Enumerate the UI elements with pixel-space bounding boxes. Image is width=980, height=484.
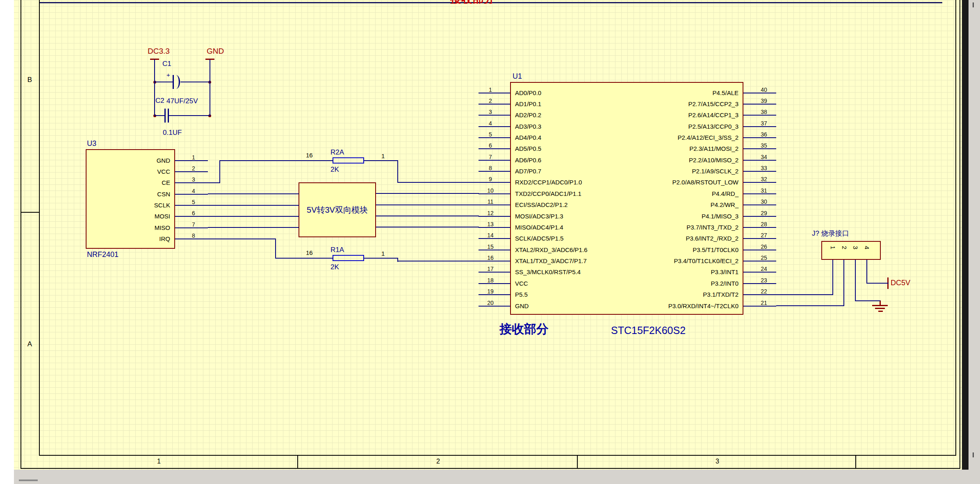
u1-pin-row[interactable]: P4.5/ALE 40 [630, 88, 786, 99]
u3-pin-row[interactable]: MOSI 6 [88, 211, 211, 222]
u1-pin-row[interactable]: P3.4/T0/T1CLK0/ECI_2 25 [630, 256, 786, 267]
u1-designator[interactable]: U1 [513, 72, 522, 81]
u1-pin-row[interactable]: P3.1/TXD/T2 22 [630, 289, 786, 300]
pin-number: 32 [750, 176, 778, 182]
u1-pin-row[interactable]: P3.0/RXD/INT4~/T2CLK0 21 [630, 301, 786, 312]
u1-pin-row[interactable]: P3.5/T1/T0CLK0 26 [630, 245, 786, 256]
resistor-value[interactable]: 2K [330, 263, 339, 271]
resistor-designator[interactable]: R1A [330, 246, 344, 254]
pin-name: GND [515, 302, 529, 309]
wire[interactable] [376, 227, 479, 227]
wire[interactable] [843, 260, 844, 306]
wire[interactable] [364, 160, 398, 161]
pin-name: AD6/P0.6 [515, 157, 541, 164]
resistor-pin-number: 1 [381, 152, 385, 159]
splitter-handle[interactable] [19, 479, 38, 481]
wire[interactable] [364, 258, 398, 259]
u1-pin-row[interactable]: P4.2/WR_ 30 [630, 200, 786, 211]
wire[interactable] [397, 261, 479, 261]
scrollbar-mark[interactable] [973, 452, 974, 457]
u1-part-number[interactable]: STC15F2K60S2 [611, 325, 686, 336]
wire[interactable] [154, 59, 155, 116]
wire[interactable] [210, 59, 210, 116]
wire[interactable] [866, 260, 867, 284]
scrollbar-mark[interactable] [973, 2, 974, 7]
wire[interactable] [866, 283, 889, 284]
capacitor-designator[interactable]: C2 [155, 97, 164, 105]
u1-pin-row[interactable]: P2.0/A8/RSTOUT_LOW 32 [630, 177, 786, 188]
capacitor-designator[interactable]: C1 [162, 60, 171, 68]
u1-pin-row[interactable]: P2.5/A13/CCP0_3 37 [630, 121, 786, 132]
resistor-body[interactable] [333, 157, 364, 164]
power-net-label-dc33[interactable]: DC3.3 [148, 47, 170, 56]
wire[interactable] [275, 239, 276, 259]
u3-pin-row[interactable]: IRQ 8 [88, 234, 211, 245]
pin-name: P3.1/TXD/T2 [630, 291, 738, 298]
wire[interactable] [397, 182, 479, 183]
u3-pin-row[interactable]: CSN 4 [88, 189, 211, 200]
u3-pin-row[interactable]: VCC 2 [88, 166, 211, 177]
connector-pin-number: 4 [863, 246, 871, 253]
wire[interactable] [169, 115, 210, 116]
wire[interactable] [397, 160, 398, 183]
pin-number: 1 [179, 154, 208, 161]
wire[interactable] [855, 300, 880, 301]
wire[interactable] [208, 193, 299, 194]
u1-pin-row[interactable]: P2.4/A12/ECI_3/SS_2 36 [630, 132, 786, 143]
u1-pin-row[interactable]: P3.3/INT1 24 [630, 267, 786, 278]
wire[interactable] [208, 239, 276, 239]
schematic-canvas[interactable]: 接收部分 B A 1 2 3 DC3.3 GND C1 + C2 47UF/25… [0, 0, 980, 484]
resistor-designator[interactable]: R2A [330, 148, 344, 157]
capacitor-value[interactable]: 47UF/25V [166, 97, 198, 105]
pin-number: 37 [750, 120, 778, 127]
resistor-body[interactable] [333, 255, 364, 261]
connector-label[interactable]: J? 烧录接口 [812, 230, 849, 238]
u1-pin-row[interactable]: P2.2/A10/MISO_2 34 [630, 155, 786, 166]
wire[interactable] [220, 160, 333, 161]
pin-number: 17 [479, 266, 501, 272]
u3-pin-row[interactable]: GND 1 [88, 155, 211, 166]
wire[interactable] [275, 258, 333, 259]
resistor-value[interactable]: 2K [330, 166, 339, 174]
u1-pin-row[interactable]: P2.1/A9/SCLK_2 33 [630, 166, 786, 177]
u1-pin-row[interactable]: P3.7/INT3_/TXD_2 28 [630, 222, 786, 233]
u1-pin-row[interactable]: P4.4/RD_ 31 [630, 189, 786, 200]
application-window: 接收部分 B A 1 2 3 DC3.3 GND C1 + C2 47UF/25… [0, 0, 980, 484]
power-net-label-gnd[interactable]: GND [207, 47, 224, 56]
section-label[interactable]: 接收部分 [499, 322, 549, 336]
pin-name: P2.4/A12/ECI_3/SS_2 [630, 134, 738, 141]
wire[interactable] [855, 260, 856, 301]
wire[interactable] [180, 82, 210, 82]
u3-pin-row[interactable]: CE 3 [88, 177, 211, 189]
u1-pin-row[interactable]: P2.3/A11/MOSI_2 35 [630, 143, 786, 155]
wire[interactable] [376, 216, 479, 216]
wire[interactable] [154, 82, 174, 82]
wire[interactable] [208, 205, 299, 206]
wire[interactable] [219, 160, 220, 183]
u3-part-number[interactable]: NRF2401 [87, 250, 119, 259]
level-shifter-module-body[interactable]: 5V转3V双向模块 [299, 182, 376, 237]
u3-designator[interactable]: U3 [87, 139, 96, 148]
wire[interactable] [776, 305, 844, 306]
wire[interactable] [208, 227, 299, 228]
u1-pin-row[interactable]: P3.2/INT0 23 [630, 278, 786, 289]
wire[interactable] [154, 115, 166, 116]
pin-name: CSN [88, 191, 170, 198]
wire[interactable] [776, 294, 833, 295]
u3-pin-row[interactable]: MISO 7 [88, 223, 211, 234]
power-net-label-dc5v[interactable]: DC5V [891, 279, 910, 287]
level-shifter-module-label: 5V转3V双向模块 [307, 205, 368, 216]
capacitor-value[interactable]: 0.1UF [163, 129, 182, 137]
u1-pin-row[interactable]: P3.6/INT2_/RXD_2 27 [630, 233, 786, 244]
connector-pin-number: 2 [841, 246, 848, 253]
wire[interactable] [376, 205, 479, 205]
wire[interactable] [208, 216, 299, 217]
pin-number: 21 [750, 300, 778, 306]
wire[interactable] [832, 260, 833, 295]
wire[interactable] [376, 193, 479, 194]
u3-pin-row[interactable]: SCLK 5 [88, 200, 211, 211]
wire[interactable] [208, 182, 220, 183]
u1-pin-row[interactable]: P4.1/MISO_3 29 [630, 211, 786, 222]
u1-pin-row[interactable]: P2.7/A15/CCP2_3 39 [630, 99, 786, 110]
u1-pin-row[interactable]: P2.6/A14/CCP1_3 38 [630, 110, 786, 121]
